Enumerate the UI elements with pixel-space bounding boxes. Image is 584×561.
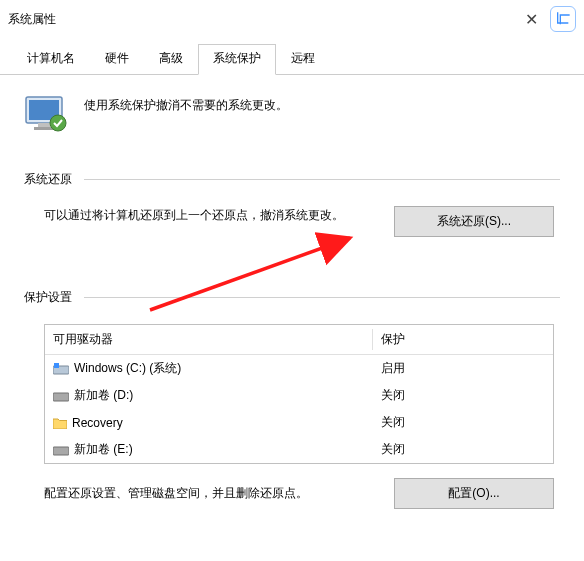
drive-name: Recovery [72,416,123,430]
drive-status: 关闭 [373,439,553,460]
section-restore-title: 系统还原 [24,171,72,188]
configure-button[interactable]: 配置(O)... [394,478,554,509]
divider [84,179,560,180]
system-protection-icon [24,93,70,135]
drive-row[interactable]: Windows (C:) (系统) 启用 [45,355,553,382]
crop-icon[interactable] [550,6,576,32]
tabs-bar: 计算机名 硬件 高级 系统保护 远程 [0,44,584,75]
svg-rect-8 [53,447,69,455]
drive-row[interactable]: 新加卷 (E:) 关闭 [45,436,553,463]
disk-icon [53,390,69,402]
window-title: 系统属性 [8,11,56,28]
configure-description: 配置还原设置、管理磁盘空间，并且删除还原点。 [44,485,374,502]
disk-icon [53,444,69,456]
drive-row[interactable]: Recovery 关闭 [45,409,553,436]
svg-rect-7 [53,393,69,401]
system-restore-button[interactable]: 系统还原(S)... [394,206,554,237]
windows-disk-icon [53,363,69,375]
intro-text: 使用系统保护撤消不需要的系统更改。 [84,93,288,114]
restore-description: 可以通过将计算机还原到上一个还原点，撤消系统更改。 [44,206,370,225]
column-drive-header: 可用驱动器 [45,329,373,350]
drive-status: 启用 [373,358,553,379]
divider [84,297,560,298]
drive-status: 关闭 [373,412,553,433]
drive-name: 新加卷 (E:) [74,441,133,458]
tab-advanced[interactable]: 高级 [144,44,198,74]
tab-hardware[interactable]: 硬件 [90,44,144,74]
svg-point-4 [50,115,66,131]
drive-header: 可用驱动器 保护 [45,325,553,355]
tab-computer-name[interactable]: 计算机名 [12,44,90,74]
svg-rect-6 [54,363,59,368]
svg-rect-2 [38,123,50,127]
tab-system-protection[interactable]: 系统保护 [198,44,276,75]
drive-name: 新加卷 (D:) [74,387,133,404]
drive-name: Windows (C:) (系统) [74,360,181,377]
drive-row[interactable]: 新加卷 (D:) 关闭 [45,382,553,409]
drive-status: 关闭 [373,385,553,406]
folder-icon [53,417,67,429]
tab-remote[interactable]: 远程 [276,44,330,74]
section-protection-title: 保护设置 [24,289,72,306]
column-status-header: 保护 [373,329,553,350]
close-icon[interactable]: ✕ [521,10,542,29]
drive-list[interactable]: 可用驱动器 保护 Windows (C:) (系统) 启用 新加卷 (D:) [44,324,554,464]
